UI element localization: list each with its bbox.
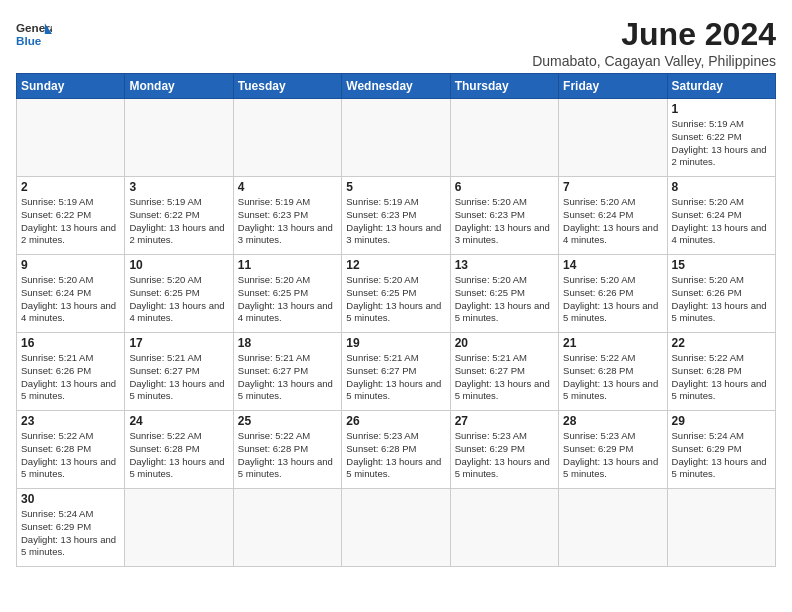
logo-icon: General Blue (16, 16, 52, 52)
calendar-day-cell: 3Sunrise: 5:19 AM Sunset: 6:22 PM Daylig… (125, 177, 233, 255)
calendar-day-cell: 23Sunrise: 5:22 AM Sunset: 6:28 PM Dayli… (17, 411, 125, 489)
day-info: Sunrise: 5:21 AM Sunset: 6:27 PM Dayligh… (238, 352, 337, 403)
day-number: 22 (672, 336, 771, 350)
day-info: Sunrise: 5:20 AM Sunset: 6:25 PM Dayligh… (346, 274, 445, 325)
day-number: 9 (21, 258, 120, 272)
day-info: Sunrise: 5:19 AM Sunset: 6:23 PM Dayligh… (238, 196, 337, 247)
day-info: Sunrise: 5:21 AM Sunset: 6:27 PM Dayligh… (346, 352, 445, 403)
day-number: 28 (563, 414, 662, 428)
calendar-day-cell: 11Sunrise: 5:20 AM Sunset: 6:25 PM Dayli… (233, 255, 341, 333)
day-info: Sunrise: 5:20 AM Sunset: 6:24 PM Dayligh… (21, 274, 120, 325)
day-number: 26 (346, 414, 445, 428)
day-number: 1 (672, 102, 771, 116)
calendar-day-cell: 15Sunrise: 5:20 AM Sunset: 6:26 PM Dayli… (667, 255, 775, 333)
day-info: Sunrise: 5:20 AM Sunset: 6:25 PM Dayligh… (238, 274, 337, 325)
day-of-week-header: Monday (125, 74, 233, 99)
calendar-day-cell: 28Sunrise: 5:23 AM Sunset: 6:29 PM Dayli… (559, 411, 667, 489)
day-number: 8 (672, 180, 771, 194)
calendar-header-row: SundayMondayTuesdayWednesdayThursdayFrid… (17, 74, 776, 99)
day-number: 18 (238, 336, 337, 350)
day-info: Sunrise: 5:19 AM Sunset: 6:22 PM Dayligh… (672, 118, 771, 169)
day-info: Sunrise: 5:19 AM Sunset: 6:22 PM Dayligh… (129, 196, 228, 247)
day-number: 29 (672, 414, 771, 428)
day-of-week-header: Tuesday (233, 74, 341, 99)
calendar-day-cell (342, 489, 450, 567)
calendar-day-cell (233, 489, 341, 567)
day-info: Sunrise: 5:19 AM Sunset: 6:22 PM Dayligh… (21, 196, 120, 247)
calendar-day-cell: 10Sunrise: 5:20 AM Sunset: 6:25 PM Dayli… (125, 255, 233, 333)
calendar-day-cell: 22Sunrise: 5:22 AM Sunset: 6:28 PM Dayli… (667, 333, 775, 411)
day-info: Sunrise: 5:20 AM Sunset: 6:24 PM Dayligh… (672, 196, 771, 247)
day-info: Sunrise: 5:21 AM Sunset: 6:27 PM Dayligh… (129, 352, 228, 403)
calendar-day-cell: 7Sunrise: 5:20 AM Sunset: 6:24 PM Daylig… (559, 177, 667, 255)
calendar-day-cell: 6Sunrise: 5:20 AM Sunset: 6:23 PM Daylig… (450, 177, 558, 255)
day-number: 4 (238, 180, 337, 194)
calendar-day-cell: 24Sunrise: 5:22 AM Sunset: 6:28 PM Dayli… (125, 411, 233, 489)
calendar-day-cell (450, 489, 558, 567)
calendar-day-cell: 13Sunrise: 5:20 AM Sunset: 6:25 PM Dayli… (450, 255, 558, 333)
day-info: Sunrise: 5:24 AM Sunset: 6:29 PM Dayligh… (21, 508, 120, 559)
title-block: June 2024 Dumabato, Cagayan Valley, Phil… (532, 16, 776, 69)
day-number: 17 (129, 336, 228, 350)
calendar-week-row: 9Sunrise: 5:20 AM Sunset: 6:24 PM Daylig… (17, 255, 776, 333)
day-info: Sunrise: 5:20 AM Sunset: 6:26 PM Dayligh… (563, 274, 662, 325)
calendar-day-cell (450, 99, 558, 177)
calendar-day-cell (233, 99, 341, 177)
day-of-week-header: Saturday (667, 74, 775, 99)
day-info: Sunrise: 5:20 AM Sunset: 6:25 PM Dayligh… (129, 274, 228, 325)
day-info: Sunrise: 5:22 AM Sunset: 6:28 PM Dayligh… (672, 352, 771, 403)
calendar-day-cell: 30Sunrise: 5:24 AM Sunset: 6:29 PM Dayli… (17, 489, 125, 567)
calendar-day-cell (559, 99, 667, 177)
calendar-day-cell: 26Sunrise: 5:23 AM Sunset: 6:28 PM Dayli… (342, 411, 450, 489)
calendar-day-cell (125, 99, 233, 177)
month-title: June 2024 (532, 16, 776, 53)
day-info: Sunrise: 5:23 AM Sunset: 6:28 PM Dayligh… (346, 430, 445, 481)
calendar-day-cell: 27Sunrise: 5:23 AM Sunset: 6:29 PM Dayli… (450, 411, 558, 489)
day-info: Sunrise: 5:20 AM Sunset: 6:24 PM Dayligh… (563, 196, 662, 247)
day-number: 12 (346, 258, 445, 272)
day-number: 7 (563, 180, 662, 194)
day-info: Sunrise: 5:19 AM Sunset: 6:23 PM Dayligh… (346, 196, 445, 247)
calendar-day-cell: 29Sunrise: 5:24 AM Sunset: 6:29 PM Dayli… (667, 411, 775, 489)
day-info: Sunrise: 5:20 AM Sunset: 6:26 PM Dayligh… (672, 274, 771, 325)
calendar-week-row: 23Sunrise: 5:22 AM Sunset: 6:28 PM Dayli… (17, 411, 776, 489)
day-number: 5 (346, 180, 445, 194)
calendar-day-cell: 18Sunrise: 5:21 AM Sunset: 6:27 PM Dayli… (233, 333, 341, 411)
page-header: General Blue June 2024 Dumabato, Cagayan… (16, 16, 776, 69)
calendar-day-cell: 16Sunrise: 5:21 AM Sunset: 6:26 PM Dayli… (17, 333, 125, 411)
calendar-day-cell (17, 99, 125, 177)
svg-text:Blue: Blue (16, 34, 42, 47)
day-info: Sunrise: 5:20 AM Sunset: 6:25 PM Dayligh… (455, 274, 554, 325)
day-number: 21 (563, 336, 662, 350)
calendar-day-cell: 17Sunrise: 5:21 AM Sunset: 6:27 PM Dayli… (125, 333, 233, 411)
calendar-day-cell (559, 489, 667, 567)
day-of-week-header: Wednesday (342, 74, 450, 99)
day-number: 10 (129, 258, 228, 272)
calendar-day-cell: 14Sunrise: 5:20 AM Sunset: 6:26 PM Dayli… (559, 255, 667, 333)
day-number: 19 (346, 336, 445, 350)
location-subtitle: Dumabato, Cagayan Valley, Philippines (532, 53, 776, 69)
day-info: Sunrise: 5:22 AM Sunset: 6:28 PM Dayligh… (21, 430, 120, 481)
day-number: 13 (455, 258, 554, 272)
day-number: 27 (455, 414, 554, 428)
calendar-day-cell: 20Sunrise: 5:21 AM Sunset: 6:27 PM Dayli… (450, 333, 558, 411)
calendar-day-cell: 8Sunrise: 5:20 AM Sunset: 6:24 PM Daylig… (667, 177, 775, 255)
day-info: Sunrise: 5:23 AM Sunset: 6:29 PM Dayligh… (563, 430, 662, 481)
day-number: 6 (455, 180, 554, 194)
calendar-day-cell: 19Sunrise: 5:21 AM Sunset: 6:27 PM Dayli… (342, 333, 450, 411)
calendar-week-row: 30Sunrise: 5:24 AM Sunset: 6:29 PM Dayli… (17, 489, 776, 567)
day-number: 11 (238, 258, 337, 272)
day-of-week-header: Friday (559, 74, 667, 99)
calendar-day-cell: 4Sunrise: 5:19 AM Sunset: 6:23 PM Daylig… (233, 177, 341, 255)
calendar-day-cell (667, 489, 775, 567)
day-of-week-header: Sunday (17, 74, 125, 99)
logo: General Blue (16, 16, 52, 52)
day-info: Sunrise: 5:20 AM Sunset: 6:23 PM Dayligh… (455, 196, 554, 247)
calendar-day-cell: 1Sunrise: 5:19 AM Sunset: 6:22 PM Daylig… (667, 99, 775, 177)
day-number: 25 (238, 414, 337, 428)
day-info: Sunrise: 5:23 AM Sunset: 6:29 PM Dayligh… (455, 430, 554, 481)
day-info: Sunrise: 5:22 AM Sunset: 6:28 PM Dayligh… (563, 352, 662, 403)
day-info: Sunrise: 5:24 AM Sunset: 6:29 PM Dayligh… (672, 430, 771, 481)
calendar-week-row: 1Sunrise: 5:19 AM Sunset: 6:22 PM Daylig… (17, 99, 776, 177)
day-number: 3 (129, 180, 228, 194)
